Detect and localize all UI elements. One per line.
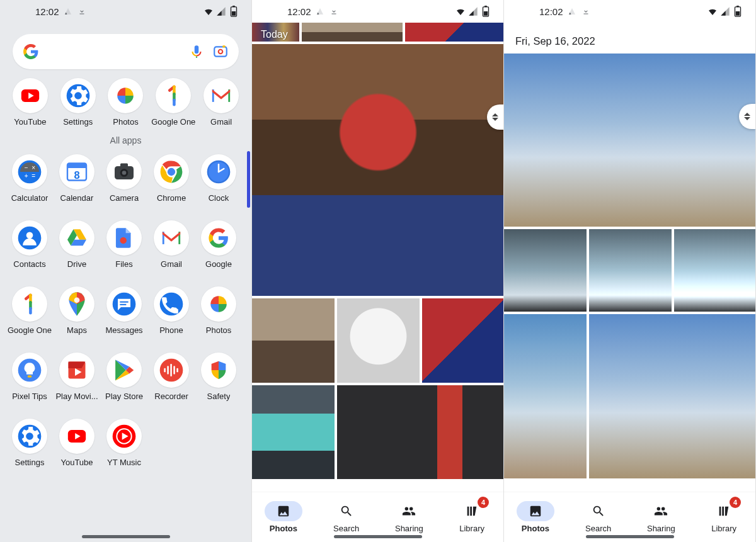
app-photos[interactable]: Photos [103,78,147,127]
app-label: Settings [63,117,93,127]
clock-icon [201,154,236,189]
app-youtube[interactable]: YouTube [8,78,52,127]
svg-text:8: 8 [74,169,79,181]
nav-handle[interactable] [586,535,674,538]
app-photos[interactable]: Photos [197,286,241,335]
svg-rect-3 [214,47,227,56]
app-contacts[interactable]: Contacts [8,220,52,269]
photo-thumb[interactable] [674,229,755,312]
photos-screen-today: 12:02 Today Photos Search [252,0,504,542]
photo-thumb[interactable] [252,298,335,383]
app-google-one[interactable]: Google One [151,78,195,127]
nav-photos[interactable]: Photos [504,492,567,542]
signal-small-icon [315,6,325,16]
photo-thumb[interactable] [252,385,335,479]
app-settings[interactable]: Settings [8,419,52,467]
battery-icon [229,6,239,16]
battery-icon [481,6,491,16]
svg-rect-14 [67,164,86,169]
app-maps[interactable]: Maps [55,286,99,335]
nav-library[interactable]: Library 4 [692,492,755,542]
photo-thumb[interactable] [405,23,503,42]
app-camera[interactable]: Camera [102,154,146,203]
photos-grid[interactable]: Today [252,23,503,492]
date-header-overlay: Today [261,29,288,40]
nav-handle[interactable] [334,535,422,538]
svg-rect-40 [167,366,169,374]
google-icon [201,220,236,256]
app-phone[interactable]: Phone [149,286,193,335]
app-label: YT Music [107,458,141,467]
nav-handle[interactable] [82,535,170,538]
svg-rect-50 [484,11,488,16]
photos-grid[interactable] [504,54,755,492]
recorder-icon [154,353,189,388]
camera-icon [106,154,142,189]
app-label: Play Movi... [55,392,98,401]
app-google[interactable]: Google [197,220,241,269]
badge: 4 [478,497,489,508]
app-chrome[interactable]: Chrome [149,154,193,203]
app-label: Camera [110,193,139,203]
calendar-icon: 8 [59,154,94,189]
photo-thumb[interactable] [337,298,420,383]
app-settings[interactable]: Settings [56,78,100,127]
scrollbar-thumb[interactable] [247,151,250,208]
svg-rect-5 [222,45,225,47]
photo-large[interactable] [252,44,503,296]
maps-icon [59,286,94,322]
signal-small-icon [63,6,73,16]
app-drive[interactable]: Drive [55,220,99,269]
app-calendar[interactable]: 8Calendar [55,154,99,203]
nav-label: Photos [270,524,297,533]
status-bar: 12:02 [504,0,755,23]
settings-icon [12,419,47,454]
svg-rect-1 [232,6,235,7]
photo-thumb[interactable] [504,229,587,312]
app-label: Maps [67,325,87,335]
phone-icon [154,286,189,322]
app-drawer-screen: 12:02 [0,0,252,542]
app-safety[interactable]: Safety [197,353,241,401]
app-google-one[interactable]: Google One [8,286,52,335]
app-play-store[interactable]: Play Store [102,353,146,401]
photo-thumb[interactable] [589,229,672,312]
bottom-nav: Photos Search Sharing Library 4 [252,492,503,542]
nav-library[interactable]: Library 4 [440,492,503,542]
app-youtube[interactable]: YouTube [55,419,99,467]
download-icon [329,6,339,16]
app-label: Drive [67,259,86,269]
status-bar: 12:02 [0,0,251,23]
app-pixel-tips[interactable]: Pixel Tips [8,353,52,401]
svg-rect-41 [170,364,172,376]
app-play-movies[interactable]: Play Movi... [55,353,99,401]
photo-large[interactable] [504,54,755,227]
app-recorder[interactable]: Recorder [149,353,193,401]
status-time: 12:02 [287,6,311,17]
app-calculator[interactable]: −×+=Calculator [8,154,52,203]
svg-rect-42 [173,366,175,374]
play-store-icon [106,353,142,388]
badge: 4 [730,497,741,508]
app-gmail[interactable]: Gmail [199,78,243,127]
nav-label: Sharing [395,524,423,533]
nav-label: Library [711,524,736,533]
photo-thumb[interactable] [504,314,587,478]
app-messages[interactable]: Messages [102,286,146,335]
photo-thumb[interactable] [302,23,403,42]
app-files[interactable]: Files [102,220,146,269]
photo-thumb[interactable] [422,298,503,383]
nav-photos[interactable]: Photos [252,492,315,542]
svg-rect-39 [164,368,166,373]
search-bar[interactable] [13,34,239,69]
signal-icon [720,6,730,16]
photo-thumb[interactable] [337,385,503,479]
camera-lens-icon[interactable] [212,43,229,60]
app-label: Google One [8,325,52,335]
photo-thumb[interactable] [589,314,755,478]
date-header: Fri, Sep 16, 2022 [504,23,755,54]
app-clock[interactable]: Clock [197,154,241,203]
app-yt-music[interactable]: YT Music [102,419,146,467]
mic-icon[interactable] [188,43,205,60]
app-gmail[interactable]: Gmail [149,220,193,269]
